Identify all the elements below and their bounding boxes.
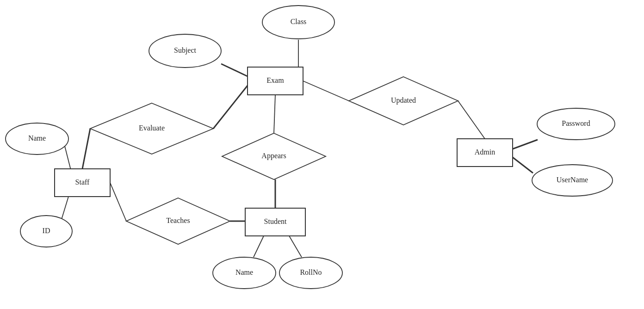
connector: [513, 157, 533, 173]
svg-text:Teaches: Teaches: [166, 216, 190, 224]
connector: [82, 129, 90, 169]
connector: [289, 236, 302, 257]
svg-text:Subject: Subject: [174, 46, 197, 55]
svg-text:Student: Student: [264, 217, 287, 225]
svg-text:Staff: Staff: [75, 178, 90, 186]
svg-text:Name: Name: [235, 268, 253, 276]
connector: [110, 183, 126, 221]
svg-text:Password: Password: [562, 119, 590, 127]
svg-text:UserName: UserName: [557, 176, 588, 184]
er-diagram: EvaluateAppearsUpdatedTeachesExamStaffAd…: [0, 0, 644, 309]
svg-text:Exam: Exam: [266, 76, 284, 84]
connector: [221, 64, 248, 76]
connector: [274, 95, 275, 133]
connector: [458, 101, 485, 139]
connector: [213, 86, 248, 129]
svg-text:Class: Class: [291, 18, 307, 25]
connector: [254, 236, 264, 257]
svg-text:Appears: Appears: [261, 152, 286, 160]
connector: [513, 140, 538, 149]
svg-text:ID: ID: [43, 227, 50, 235]
svg-text:Admin: Admin: [475, 148, 495, 156]
svg-text:Evaluate: Evaluate: [139, 124, 165, 132]
svg-text:Name: Name: [28, 134, 46, 142]
connector: [303, 81, 349, 101]
svg-text:RollNo: RollNo: [300, 268, 322, 276]
svg-text:Updated: Updated: [391, 96, 416, 105]
